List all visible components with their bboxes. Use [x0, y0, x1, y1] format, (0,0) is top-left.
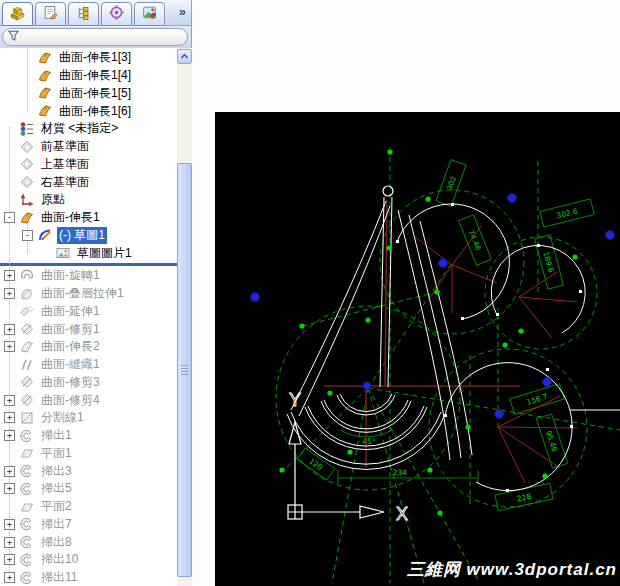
tree-item[interactable]: -(-) 草圖1 — [0, 227, 177, 245]
minus-expander[interactable]: - — [4, 212, 15, 223]
ref-plane-icon — [19, 156, 36, 172]
tree-scrollbar[interactable] — [177, 48, 192, 586]
tree-item[interactable]: 草圖圖片1 — [0, 244, 177, 262]
tree-item[interactable]: +曲面-修剪4 — [0, 391, 177, 409]
scroll-up-button[interactable] — [177, 49, 192, 64]
filter-strip — [0, 26, 191, 48]
tree-item[interactable]: 曲面-伸長1[3] — [0, 49, 177, 67]
tree-item[interactable]: 前基準面 — [0, 138, 177, 156]
graphics-viewport[interactable]: 302 302.6 189.6 74.46 156.7 95.46 228 12… — [215, 112, 620, 586]
featuremanager-tab[interactable] — [2, 2, 33, 26]
plus-expander[interactable]: + — [4, 537, 15, 548]
surface-extrude-icon — [37, 103, 54, 119]
tree-item[interactable]: 曲面-伸長1[6] — [0, 102, 177, 120]
configurationmanager-tab[interactable] — [68, 2, 99, 26]
axis-x-label: X — [396, 504, 408, 524]
tree-item-label: 曲面-叠層拉伸1 — [39, 285, 126, 302]
plus-expander[interactable]: + — [4, 288, 15, 299]
tree-item[interactable]: 曲面-縫織1 — [0, 356, 177, 374]
tree-item-label: 草圖圖片1 — [75, 245, 134, 262]
tree-item[interactable]: +掃出3 — [0, 462, 177, 480]
tree-item-label: 掃出7 — [39, 516, 74, 533]
tree-item[interactable]: +掃出8 — [0, 533, 177, 551]
tree-item-label: 曲面-伸長1[5] — [57, 85, 133, 102]
svg-text:302.6: 302.6 — [556, 206, 579, 220]
surface-extend-icon — [19, 303, 36, 319]
tree-item-label: 曲面-伸長1[3] — [57, 49, 133, 66]
tree-item-label: 掃出8 — [39, 534, 74, 551]
tree-item[interactable]: 曲面-伸長1[4] — [0, 67, 177, 85]
tree-item[interactable]: +分割線1 — [0, 409, 177, 427]
tree-item[interactable]: -曲面-伸長1 — [0, 209, 177, 227]
tree-item-label: 曲面-伸長1[6] — [57, 103, 133, 120]
tree-item[interactable]: +曲面-伸長2 — [0, 338, 177, 356]
tree-item-label: 曲面-修剪1 — [39, 321, 102, 338]
tree-item[interactable]: 平面1 — [0, 445, 177, 463]
tree-item-label: 曲面-旋轉1 — [39, 267, 102, 284]
sweep-icon — [19, 534, 36, 550]
propertymanager-tab[interactable] — [35, 2, 66, 26]
plus-expander[interactable]: + — [4, 466, 15, 477]
sweep-icon — [19, 516, 36, 532]
tree-filter-input[interactable] — [2, 28, 188, 46]
tree-item[interactable]: 右基準面 — [0, 173, 177, 191]
plus-expander[interactable]: + — [4, 341, 15, 352]
tree-item-label: (-) 草圖1 — [57, 227, 107, 244]
tree-item[interactable]: 平面2 — [0, 498, 177, 516]
tree-item-label: 平面1 — [39, 445, 74, 462]
tree-item[interactable]: +掃出11 — [0, 569, 177, 586]
rollback-bar[interactable] — [0, 263, 177, 266]
tree-item[interactable]: 曲面-伸長1[5] — [0, 85, 177, 103]
sweep-icon — [19, 552, 36, 568]
tree-item[interactable]: +掃出5 — [0, 480, 177, 498]
sketch-canvas[interactable]: 302 302.6 189.6 74.46 156.7 95.46 228 12… — [215, 112, 620, 586]
tree-item-label: 掃出5 — [39, 480, 74, 497]
tree-item-label: 掃出10 — [39, 551, 80, 568]
svg-text:45°: 45° — [362, 437, 376, 446]
plane-feature-icon — [19, 499, 36, 515]
plus-expander[interactable]: + — [4, 430, 15, 441]
plus-expander[interactable]: + — [4, 270, 15, 281]
tree-item[interactable]: 上基準面 — [0, 156, 177, 174]
plus-expander[interactable]: + — [4, 395, 15, 406]
displaymanager-tab[interactable] — [134, 2, 165, 26]
surface-trim-icon — [19, 374, 36, 390]
tree-item-label: 曲面-修剪4 — [39, 392, 102, 409]
tree-item-label: 平面2 — [39, 498, 74, 515]
tree-item[interactable]: +曲面-旋轉1 — [0, 267, 177, 285]
origin-icon — [19, 192, 36, 208]
ref-plane-icon — [19, 174, 36, 190]
surface-knit-icon — [19, 357, 36, 373]
tree-item-label: 曲面-伸長2 — [39, 338, 102, 355]
plus-expander[interactable]: + — [4, 483, 15, 494]
plus-expander[interactable]: + — [4, 554, 15, 565]
scrollbar-grip — [181, 365, 188, 375]
tree-item-label: 分割線1 — [39, 409, 86, 426]
tree-item[interactable]: +掃出1 — [0, 427, 177, 445]
scrollbar-track[interactable] — [177, 65, 192, 586]
plus-expander[interactable]: + — [4, 412, 15, 423]
svg-text:234: 234 — [393, 468, 408, 477]
tree-item[interactable]: +掃出10 — [0, 551, 177, 569]
tree-item[interactable]: 曲面-延伸1 — [0, 303, 177, 321]
tree-item[interactable]: +曲面-叠層拉伸1 — [0, 285, 177, 303]
plus-expander[interactable]: + — [4, 519, 15, 530]
tree-item[interactable]: 材質 <未指定> — [0, 120, 177, 138]
sweep-icon — [19, 428, 36, 444]
sketch-icon — [37, 227, 54, 243]
axis-y-label: Y — [289, 390, 301, 410]
dimension-linear: 234 — [338, 468, 478, 484]
tab-overflow-button[interactable]: » — [179, 2, 186, 22]
dimension: 74.46 — [459, 215, 492, 265]
tree-item[interactable]: 曲面-修剪3 — [0, 374, 177, 392]
tree-item[interactable]: +曲面-修剪1 — [0, 320, 177, 338]
plus-expander[interactable]: + — [4, 324, 15, 335]
configurationmanager-icon — [75, 4, 92, 25]
tree-item[interactable]: +掃出7 — [0, 516, 177, 534]
minus-expander[interactable]: - — [22, 230, 33, 241]
plus-expander[interactable]: + — [4, 572, 15, 583]
tree-item[interactable]: 原點 — [0, 191, 177, 209]
dimxpertmanager-tab[interactable] — [101, 2, 132, 26]
scrollbar-thumb[interactable] — [177, 163, 192, 577]
surface-extrude-icon — [37, 68, 54, 84]
